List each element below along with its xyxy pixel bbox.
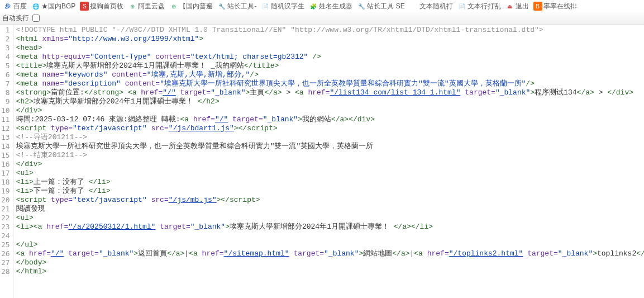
code-line: <h2>埃塞克斯大學新增部分2024年1月開課碩士專業！ </h2> [16,97,642,106]
code-token: "text/html; charset=gb2312" [190,53,308,61]
code-token: <a [189,249,202,258]
href-link[interactable]: "/a/20250312/1.html" [68,223,155,231]
code-line: 埃塞克斯大學一所社科研究世界頂尖大學，也一所全英教學質量和綜合科研實力"雙一流"… [16,142,642,151]
code-token: <h2> [16,97,34,106]
bookmark-item[interactable]: 歩百度 [2,2,28,11]
code-token: target= [289,249,324,258]
code-token: <ul> [16,169,34,177]
line-number: 13 [1,133,10,142]
bookmark-item[interactable]: 🧩姓名生成器 [308,2,354,11]
code-token: "_blank" [324,249,359,258]
bookmark-item[interactable]: 🔧站长工具- [216,2,257,11]
wrench-icon: 🔧 [357,2,366,11]
code-token: target= [460,88,495,97]
code-token: href= [202,249,224,258]
href-link[interactable]: "/" [51,249,64,258]
code-line: <script type="text/javascript" src="/js/… [16,196,642,205]
bookmark-item[interactable]: 📄文本行打乱 [456,2,502,11]
code-token: "_blank" [190,223,225,231]
bookmark-item[interactable]: S搜狗首页收 [79,2,125,11]
code-token: </body> [16,258,47,267]
code-token: xmlns= [42,35,68,43]
code-token: <html [16,35,42,43]
code-token: </ul> [16,240,38,249]
code-token: "_blank" [99,249,133,258]
code-token: </a></li> [394,223,433,231]
code-token: target= [64,249,98,258]
code-token: </a></div> [331,115,375,124]
globe-icon: 🌐 [31,2,40,11]
page-icon: 📄 [261,2,270,11]
code-token: "埃塞克斯大學一所社科研究世界頂尖大學，也一所全英教學質量和綜合科研實力"雙一流… [160,79,526,88]
href-link[interactable]: "/" [163,88,175,97]
bookmark-label: 站长工具- [227,2,256,11]
bookmark-label: 【国内普遍 [179,2,213,11]
code-token: </a> [392,249,409,258]
line-number: 23 [1,223,10,231]
code-token: </li> [89,178,111,186]
code-line: <html xmlns="http://www.w3.org/1999/xhtm… [16,35,642,44]
code-token: content= [121,79,160,88]
bookmark-item[interactable]: B率率在线排 [532,2,578,11]
code-token: 網站地圖 [363,249,392,258]
editor-toolbar: 自动换行 [0,12,644,25]
line-number: 17 [1,169,10,178]
code-token: <li> [16,187,34,195]
code-token: href= [46,223,68,231]
bookmark-item[interactable]: ⏏退出 [504,2,530,11]
line-number: 20 [1,196,10,205]
line-number: 4 [1,53,10,62]
href-link[interactable]: "/toplinks2.html" [449,249,523,258]
line-number: 11 [1,115,10,124]
code-token: 程序测试134 [535,88,576,97]
code-token: src= [147,196,169,204]
code-token: target= [155,223,190,231]
code-token: 當前位置: [51,88,84,97]
bookmark-item[interactable]: ⊕【国内普遍 [168,2,214,11]
code-line: <ul> [16,169,642,178]
code-line: </html> [16,267,642,276]
href-link[interactable]: "/js/mb.js" [169,196,217,204]
href-link[interactable]: "/sitemap.html" [224,249,289,258]
code-token: href= [193,115,215,124]
code-token: > [199,35,203,43]
code-line: <li>上一篇：没有了 </li> [16,178,642,187]
code-token: name= [42,70,64,79]
bookmark-label: 退出 [516,2,529,11]
code-token: target= [176,88,211,97]
code-token: <title> [16,62,47,70]
line-number: 22 [1,214,10,223]
code-area[interactable]: <!DOCTYPE html PUBLIC "-//W3C//DTD XHTML… [14,25,644,298]
code-token: <head> [16,44,42,52]
href-link[interactable]: "/" [215,115,228,124]
code-token: "_blank" [495,88,530,97]
bookmark-item[interactable]: ⊕阿里云盘 [127,2,166,11]
line-number: 27 [1,258,10,267]
bookmarks-bar: 歩百度🌐★国内BGPS搜狗首页收⊕阿里云盘⊕【国内普遍🔧站长工具-📄随机汉字生🧩… [0,0,644,12]
code-token: <!DOCTYPE html PUBLIC "-//W3C//DTD XHTML… [16,26,543,34]
code-token: "_blank" [263,115,298,124]
code-token: </div> [16,160,42,168]
code-line: </body> [16,258,642,267]
bookmark-item[interactable]: 🌐★国内BGP [30,2,77,11]
code-line: <!DOCTYPE html PUBLIC "-//W3C//DTD XHTML… [16,26,642,35]
code-token: 返回首頁 [138,249,167,258]
line-number-gutter: 1234567891011121314151617181920212223242… [0,25,14,298]
bookmark-item[interactable]: 📄随机汉字生 [260,2,306,11]
autowrap-checkbox[interactable] [32,15,40,22]
bookmark-item[interactable]: 文本随机打 [408,2,454,11]
code-line: <!--导语201211--> [16,133,642,142]
line-number: 6 [1,70,10,79]
href-link[interactable]: "/js/bdart1.js" [169,124,234,133]
code-token: > [133,249,138,258]
code-token: <a [414,249,427,258]
bookmark-item[interactable]: 🔧站长工具 SE [356,2,406,11]
href-link[interactable]: "/list134_com/list_134_1.html" [330,88,460,97]
code-token: href= [29,249,51,258]
code-token: 閱讀發現 [16,205,45,213]
code-token: href= [141,88,163,97]
code-line: <meta name="keywords" content="埃塞,克斯,大學,… [16,70,642,79]
code-token: > [593,249,597,258]
code-line: </ul> [16,240,642,249]
bookmark-label: 站长工具 SE [367,2,404,11]
